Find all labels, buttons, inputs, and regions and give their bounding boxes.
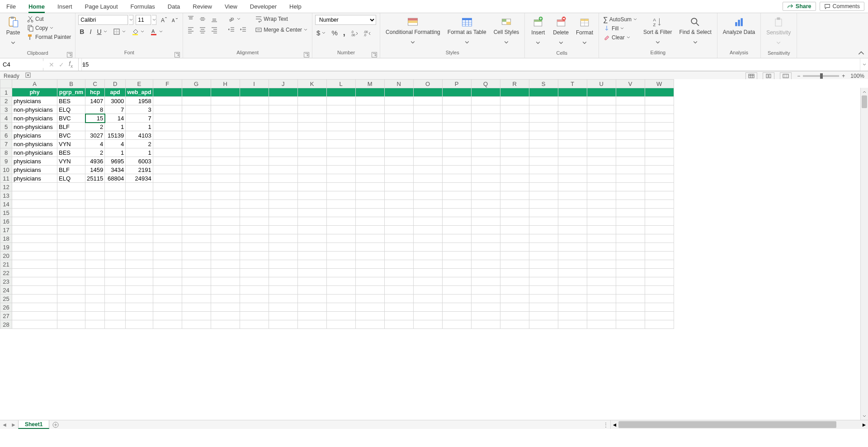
cell-B7[interactable]: VYN bbox=[57, 140, 85, 148]
cell-A11[interactable]: physicians bbox=[12, 174, 57, 183]
row-header-4[interactable]: 4 bbox=[0, 114, 12, 123]
cell-S4[interactable] bbox=[529, 114, 558, 123]
cell-E8[interactable]: 1 bbox=[126, 148, 153, 157]
cell-T24[interactable] bbox=[558, 286, 587, 295]
cell-T27[interactable] bbox=[558, 312, 587, 320]
cell-U24[interactable] bbox=[587, 286, 616, 295]
font-color-dropdown[interactable] bbox=[159, 30, 163, 33]
scroll-down-button[interactable] bbox=[861, 412, 868, 420]
cell-G18[interactable] bbox=[182, 234, 211, 243]
cell-D28[interactable] bbox=[105, 320, 126, 329]
cell-M18[interactable] bbox=[355, 234, 384, 243]
cell-I16[interactable] bbox=[240, 217, 269, 226]
column-header-J[interactable]: J bbox=[269, 80, 297, 88]
font-name-dropdown[interactable] bbox=[129, 15, 133, 25]
cell-J16[interactable] bbox=[269, 217, 297, 226]
cell-U11[interactable] bbox=[587, 174, 616, 183]
cell-L5[interactable] bbox=[326, 123, 355, 131]
cell-W14[interactable] bbox=[645, 200, 674, 209]
font-name-input[interactable] bbox=[78, 15, 128, 25]
cell-W19[interactable] bbox=[645, 243, 674, 252]
cell-G13[interactable] bbox=[182, 191, 211, 200]
cell-K11[interactable] bbox=[297, 174, 326, 183]
cell-H22[interactable] bbox=[211, 269, 240, 277]
delete-cells-button[interactable]: Delete bbox=[550, 15, 571, 50]
cell-R18[interactable] bbox=[500, 234, 529, 243]
cell-K15[interactable] bbox=[297, 209, 326, 217]
cell-I13[interactable] bbox=[240, 191, 269, 200]
cell-S16[interactable] bbox=[529, 217, 558, 226]
cell-G7[interactable] bbox=[182, 140, 211, 148]
cell-J5[interactable] bbox=[269, 123, 297, 131]
column-header-S[interactable]: S bbox=[529, 80, 558, 88]
cell-L23[interactable] bbox=[326, 277, 355, 286]
cell-T14[interactable] bbox=[558, 200, 587, 209]
cell-D23[interactable] bbox=[105, 277, 126, 286]
cell-P9[interactable] bbox=[442, 157, 471, 166]
cell-U21[interactable] bbox=[587, 260, 616, 269]
cell-V19[interactable] bbox=[616, 243, 645, 252]
cell-J23[interactable] bbox=[269, 277, 297, 286]
cell-O20[interactable] bbox=[413, 252, 442, 260]
cell-T5[interactable] bbox=[558, 123, 587, 131]
cell-O1[interactable] bbox=[413, 88, 442, 97]
row-header-7[interactable]: 7 bbox=[0, 140, 12, 148]
view-normal-button[interactable] bbox=[745, 72, 757, 80]
cell-U19[interactable] bbox=[587, 243, 616, 252]
cell-O5[interactable] bbox=[413, 123, 442, 131]
cell-I3[interactable] bbox=[240, 105, 269, 114]
cell-H19[interactable] bbox=[211, 243, 240, 252]
cell-C23[interactable] bbox=[85, 277, 105, 286]
cell-B3[interactable]: ELQ bbox=[57, 105, 85, 114]
cell-G12[interactable] bbox=[182, 183, 211, 191]
cell-M24[interactable] bbox=[355, 286, 384, 295]
cell-B23[interactable] bbox=[57, 277, 85, 286]
cell-B4[interactable]: BVC bbox=[57, 114, 85, 123]
cell-D7[interactable]: 4 bbox=[105, 140, 126, 148]
cell-styles-dropdown[interactable] bbox=[504, 36, 509, 49]
view-page-break-button[interactable] bbox=[780, 72, 792, 80]
cell-T22[interactable] bbox=[558, 269, 587, 277]
column-header-P[interactable]: P bbox=[442, 80, 471, 88]
cell-L1[interactable] bbox=[326, 88, 355, 97]
cell-S19[interactable] bbox=[529, 243, 558, 252]
cell-K24[interactable] bbox=[297, 286, 326, 295]
cell-F27[interactable] bbox=[153, 312, 182, 320]
cell-R16[interactable] bbox=[500, 217, 529, 226]
cell-C9[interactable]: 4936 bbox=[85, 157, 105, 166]
column-header-I[interactable]: I bbox=[240, 80, 269, 88]
row-header-13[interactable]: 13 bbox=[0, 191, 12, 200]
cell-O6[interactable] bbox=[413, 131, 442, 140]
cell-O24[interactable] bbox=[413, 286, 442, 295]
cell-B9[interactable]: VYN bbox=[57, 157, 85, 166]
cell-B15[interactable] bbox=[57, 209, 85, 217]
cell-K20[interactable] bbox=[297, 252, 326, 260]
align-top-button[interactable] bbox=[186, 15, 196, 23]
cell-V28[interactable] bbox=[616, 320, 645, 329]
cut-button[interactable]: Cut bbox=[25, 15, 72, 23]
cell-W11[interactable] bbox=[645, 174, 674, 183]
cell-S8[interactable] bbox=[529, 148, 558, 157]
cell-C11[interactable]: 25115 bbox=[85, 174, 105, 183]
view-page-layout-button[interactable] bbox=[763, 72, 774, 80]
cell-M23[interactable] bbox=[355, 277, 384, 286]
decrease-font-button[interactable]: A bbox=[170, 16, 180, 24]
cell-B11[interactable]: ELQ bbox=[57, 174, 85, 183]
cell-O21[interactable] bbox=[413, 260, 442, 269]
tab-formulas[interactable]: Formulas bbox=[124, 0, 161, 13]
macro-record-icon[interactable] bbox=[25, 72, 31, 80]
cell-E20[interactable] bbox=[126, 252, 153, 260]
cell-J27[interactable] bbox=[269, 312, 297, 320]
cell-F28[interactable] bbox=[153, 320, 182, 329]
cell-P6[interactable] bbox=[442, 131, 471, 140]
cell-N11[interactable] bbox=[384, 174, 413, 183]
row-header-18[interactable]: 18 bbox=[0, 234, 12, 243]
cell-J12[interactable] bbox=[269, 183, 297, 191]
cell-W1[interactable] bbox=[645, 88, 674, 97]
cell-W16[interactable] bbox=[645, 217, 674, 226]
cell-L7[interactable] bbox=[326, 140, 355, 148]
cell-W7[interactable] bbox=[645, 140, 674, 148]
cell-V8[interactable] bbox=[616, 148, 645, 157]
cell-E23[interactable] bbox=[126, 277, 153, 286]
cell-V7[interactable] bbox=[616, 140, 645, 148]
